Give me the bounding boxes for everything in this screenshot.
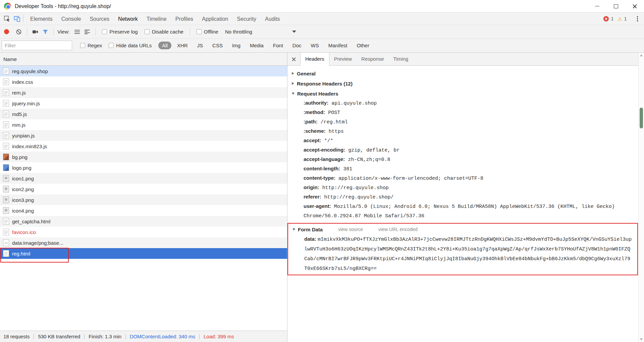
tab-console[interactable]: Console — [57, 13, 86, 25]
request-name: reg.html — [12, 251, 30, 256]
request-name: get_captcha.html — [12, 219, 50, 224]
request-row-index-min823-js[interactable]: index.min823.js — [0, 141, 287, 152]
header-value: zh-CN,zh;q=0.8 — [345, 157, 390, 163]
throttling-select[interactable]: No throttling — [225, 29, 296, 35]
clear-icon[interactable] — [14, 27, 24, 37]
filter-input[interactable] — [2, 41, 72, 50]
name-column-header[interactable]: Name — [0, 53, 287, 66]
checkbox-icon — [197, 29, 202, 34]
capture-screenshots-icon[interactable] — [30, 27, 40, 37]
request-row-icon4-png[interactable]: icon4.png — [0, 205, 287, 216]
minimize-button[interactable] — [588, 0, 606, 12]
detail-tab-timing[interactable]: Timing — [389, 53, 413, 65]
request-row-jquery-min-js[interactable]: jquery.min.js — [0, 98, 287, 109]
close-button[interactable] — [625, 0, 644, 12]
chevron-right-icon — [292, 82, 294, 85]
more-options-icon[interactable] — [634, 15, 641, 23]
tab-audits[interactable]: Audits — [261, 13, 284, 25]
network-filter-bar: Regex Hide data URLs AllXHRJSCSSImgMedia… — [0, 39, 644, 53]
request-row-index-css[interactable]: index.css — [0, 76, 287, 87]
preserve-log-label: Preserve log — [109, 29, 138, 35]
request-row-bg-png[interactable]: bg.png — [0, 152, 287, 162]
scroll-up-icon[interactable] — [640, 54, 643, 56]
scrollbar-thumb[interactable] — [640, 108, 643, 128]
header-name: content-type: — [304, 175, 335, 181]
data-uri-icon — [3, 239, 9, 246]
tab-sources[interactable]: Sources — [85, 13, 114, 25]
request-row-logo-png[interactable]: logo.png — [0, 162, 287, 173]
request-row-reg-html[interactable]: reg.html — [0, 248, 287, 259]
tab-security[interactable]: Security — [232, 13, 261, 25]
filter-type-other[interactable]: Other — [353, 42, 373, 49]
header-value: 381 — [340, 166, 352, 172]
request-row-icon3-png[interactable]: icon3.png — [0, 194, 287, 205]
status-finish-1-3-min: Finish: 1.3 min — [89, 334, 121, 339]
section-response-headers[interactable]: Response Headers (12) — [287, 78, 638, 89]
throttling-value: No throttling — [225, 29, 252, 35]
tab-network[interactable]: Network — [114, 13, 142, 25]
large-rows-view-icon[interactable] — [82, 27, 92, 37]
request-row-favicon-ico[interactable]: favicon.ico — [0, 227, 287, 237]
filter-type-css[interactable]: CSS — [209, 42, 226, 49]
filter-type-ws[interactable]: WS — [307, 42, 323, 49]
window-title: Developer Tools - http://reg.quyule.shop… — [15, 3, 111, 9]
error-badge-icon[interactable] — [603, 16, 609, 21]
request-row-rem-js[interactable]: rem.js — [0, 87, 287, 98]
request-row-icon1-png[interactable]: icon1.png — [0, 173, 287, 184]
request-row-reg-quyule-shop[interactable]: reg.quyule.shop — [0, 66, 287, 76]
filter-type-media[interactable]: Media — [246, 42, 267, 49]
filter-type-all[interactable]: All — [158, 42, 171, 49]
filter-icon[interactable] — [40, 27, 50, 37]
request-row-get-captcha-html[interactable]: get_captcha.html — [0, 216, 287, 227]
disable-cache-label: Disable cache — [152, 29, 183, 35]
detail-tab-headers[interactable]: Headers — [300, 53, 329, 66]
maximize-button[interactable] — [606, 0, 625, 12]
request-row-data-image-png-base[interactable]: data:image/png;base... — [0, 237, 287, 248]
request-name: bg.png — [12, 154, 28, 160]
hide-data-urls-checkbox[interactable]: Hide data URLs — [109, 43, 152, 48]
disable-cache-checkbox[interactable]: Disable cache — [145, 29, 183, 35]
request-row-md5-js[interactable]: md5.js — [0, 109, 287, 119]
filter-type-doc[interactable]: Doc — [289, 42, 305, 49]
warning-badge-icon[interactable]: ⚠ — [618, 16, 622, 21]
offline-checkbox[interactable]: Offline — [197, 29, 218, 35]
network-toolbar: View: Preserve log Disable cache Offline… — [0, 25, 644, 39]
detail-tab-preview[interactable]: Preview — [329, 53, 357, 65]
filter-type-js[interactable]: JS — [194, 42, 207, 49]
filter-type-manifest[interactable]: Manifest — [325, 42, 351, 49]
scrollbar[interactable] — [638, 53, 644, 342]
close-details-icon[interactable] — [287, 53, 300, 65]
section-response-headers-label: Response Headers (12) — [297, 81, 353, 87]
preserve-log-checkbox[interactable]: Preserve log — [102, 29, 138, 35]
request-row-yunpian-js[interactable]: yunpian.js — [0, 130, 287, 141]
header-line-path: :path: /reg.html — [304, 117, 638, 127]
section-form-data[interactable]: Form Data view source view URL encoded — [288, 224, 637, 234]
headers-panel: General Response Headers (12) Request He… — [287, 66, 644, 342]
small-rows-view-icon[interactable] — [72, 27, 82, 37]
request-row-icon2-png[interactable]: icon2.png — [0, 184, 287, 194]
header-name: user-agent: — [304, 203, 331, 209]
record-icon[interactable] — [4, 29, 9, 34]
tab-timeline[interactable]: Timeline — [142, 13, 171, 25]
document-icon — [3, 100, 9, 107]
tab-application[interactable]: Application — [198, 13, 232, 25]
filter-type-font[interactable]: Font — [269, 42, 287, 49]
filter-type-img[interactable]: Img — [228, 42, 244, 49]
section-general[interactable]: General — [287, 68, 638, 78]
tab-profiles[interactable]: Profiles — [171, 13, 198, 25]
device-toolbar-icon[interactable] — [12, 14, 22, 24]
image-icon — [3, 164, 9, 171]
inspect-element-icon[interactable] — [2, 14, 12, 24]
tab-elements[interactable]: Elements — [26, 13, 57, 25]
scroll-down-icon[interactable] — [640, 338, 643, 340]
header-value: gzip, deflate, br — [345, 148, 399, 153]
regex-checkbox[interactable]: Regex — [80, 43, 102, 48]
request-row-mm-js[interactable]: mm.js — [0, 119, 287, 130]
section-request-headers[interactable]: Request Headers — [287, 89, 638, 99]
view-source-link[interactable]: view source — [338, 227, 363, 232]
view-url-encoded-link[interactable]: view URL encoded — [378, 227, 418, 232]
error-count[interactable]: 1 — [611, 16, 613, 21]
detail-tab-response[interactable]: Response — [357, 53, 389, 65]
warning-count[interactable]: 1 — [624, 16, 627, 21]
filter-type-xhr[interactable]: XHR — [173, 42, 192, 49]
